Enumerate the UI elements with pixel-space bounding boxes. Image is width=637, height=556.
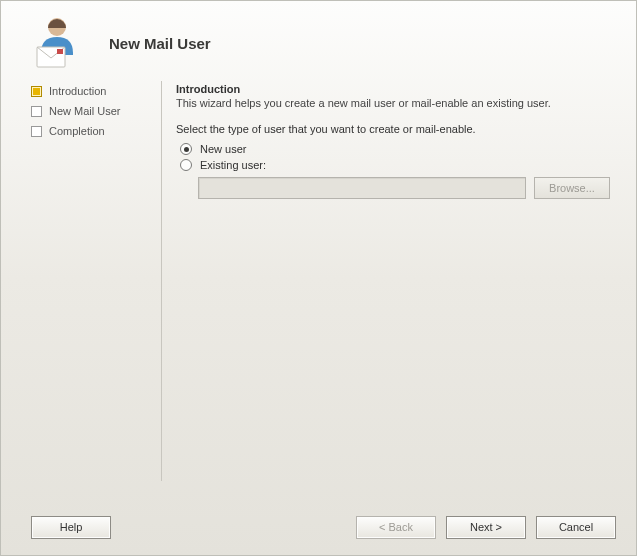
wizard-body: Introduction New Mail User Completion In… <box>1 81 636 481</box>
radio-row-new-user[interactable]: New user <box>180 143 610 155</box>
step-indicator-current-icon <box>31 86 42 97</box>
help-button[interactable]: Help <box>31 516 111 539</box>
mail-user-icon <box>31 15 81 71</box>
existing-user-row: Browse... <box>198 177 610 199</box>
section-description: This wizard helps you create a new mail … <box>176 97 610 109</box>
radio-label-existing-user: Existing user: <box>200 159 266 171</box>
section-title: Introduction <box>176 83 610 95</box>
browse-button: Browse... <box>534 177 610 199</box>
step-introduction: Introduction <box>31 85 161 97</box>
step-indicator-icon <box>31 106 42 117</box>
radio-existing-user[interactable] <box>180 159 192 171</box>
radio-new-user[interactable] <box>180 143 192 155</box>
wizard-footer: Help < Back Next > Cancel <box>1 499 636 555</box>
step-label: Completion <box>49 125 105 137</box>
radio-label-new-user: New user <box>200 143 246 155</box>
step-new-mail-user: New Mail User <box>31 105 161 117</box>
step-label: Introduction <box>49 85 106 97</box>
step-indicator-icon <box>31 126 42 137</box>
instruction-text: Select the type of user that you want to… <box>176 123 610 135</box>
existing-user-field <box>198 177 526 199</box>
wizard-title: New Mail User <box>109 35 211 52</box>
next-button[interactable]: Next > <box>446 516 526 539</box>
svg-rect-2 <box>57 49 63 54</box>
step-completion: Completion <box>31 125 161 137</box>
radio-row-existing-user[interactable]: Existing user: <box>180 159 610 171</box>
wizard-dialog: New Mail User Introduction New Mail User… <box>0 0 637 556</box>
step-label: New Mail User <box>49 105 121 117</box>
back-button: < Back <box>356 516 436 539</box>
wizard-header: New Mail User <box>1 1 636 81</box>
content-panel: Introduction This wizard helps you creat… <box>161 81 618 481</box>
steps-list: Introduction New Mail User Completion <box>31 81 161 481</box>
cancel-button[interactable]: Cancel <box>536 516 616 539</box>
